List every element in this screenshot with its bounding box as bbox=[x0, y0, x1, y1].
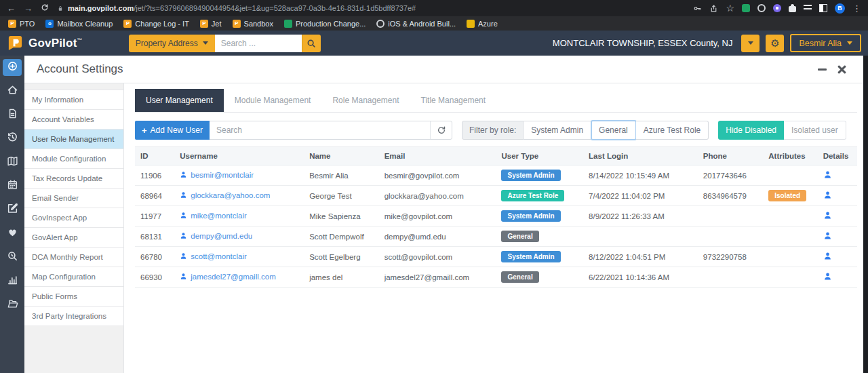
rail-compose-button[interactable] bbox=[3, 201, 22, 218]
reload-icon[interactable] bbox=[41, 3, 49, 13]
add-new-user-button[interactable]: + Add New User bbox=[135, 121, 210, 140]
cell-phone bbox=[698, 227, 763, 247]
settings-gear-button[interactable]: ⚙ bbox=[766, 35, 784, 52]
cell-username: glockkara@yahoo.com bbox=[174, 186, 304, 206]
browser-menu-icon[interactable]: ⋮ bbox=[852, 4, 861, 13]
header-search-button[interactable] bbox=[302, 35, 321, 52]
username-link[interactable]: dempy@umd.edu bbox=[191, 232, 252, 240]
flower-extension-icon[interactable] bbox=[773, 4, 781, 12]
settings-menu-item-govalert-app[interactable]: GovAlert App bbox=[24, 228, 123, 248]
bookmark-pto[interactable]: PPTO bbox=[8, 20, 35, 28]
browser-profile-avatar[interactable]: B bbox=[835, 3, 845, 14]
bookmark-mailbox-cleanup[interactable]: oMailbox Cleanup bbox=[45, 20, 113, 28]
rail-history-button[interactable] bbox=[3, 130, 22, 147]
bookmark-star-icon[interactable]: ☆ bbox=[726, 3, 734, 13]
user-menu-button[interactable]: Besmir Alia bbox=[790, 34, 861, 52]
settings-menu-item-map-configuration[interactable]: Map Configuration bbox=[24, 267, 123, 287]
bookmark-azure[interactable]: Azure bbox=[467, 20, 498, 28]
user-search-input[interactable] bbox=[210, 121, 430, 139]
address-bar[interactable]: main.govpilot.com/jet/?ts=63796068949004… bbox=[57, 4, 685, 12]
bookmark-label: Change Log - IT bbox=[135, 20, 189, 28]
settings-menu-item-my-information[interactable]: My Information bbox=[24, 90, 123, 110]
bookmark-change-log-it[interactable]: PChange Log - IT bbox=[123, 20, 189, 28]
bookmark-sandbox[interactable]: PSandbox bbox=[233, 20, 273, 28]
username-link[interactable]: besmir@montclair bbox=[191, 171, 254, 179]
username-link[interactable]: glockkara@yahoo.com bbox=[191, 191, 270, 199]
rail-map-button[interactable] bbox=[3, 154, 22, 171]
govpilot-logo[interactable]: GovPilot™ bbox=[7, 35, 83, 52]
search-category-dropdown[interactable]: Property Address bbox=[129, 35, 215, 52]
hide-disabled-button[interactable]: Hide Disabled bbox=[718, 121, 784, 140]
tab-role-management[interactable]: Role Management bbox=[321, 89, 410, 112]
filter-role-system-admin[interactable]: System Admin bbox=[524, 121, 591, 140]
settings-menu-item-account-variables[interactable]: Account Variables bbox=[24, 110, 123, 130]
rail-calendar-button[interactable] bbox=[3, 178, 22, 195]
column-header-details: Details bbox=[818, 147, 857, 165]
rail-home-button[interactable] bbox=[3, 83, 22, 100]
details-button[interactable] bbox=[823, 211, 832, 221]
details-button[interactable] bbox=[823, 191, 832, 201]
settings-menu-item-tax-records-update[interactable]: Tax Records Update bbox=[24, 169, 123, 189]
username-link[interactable]: jamesdel27@gmaill.com bbox=[191, 273, 275, 281]
bookmark-production-change[interactable]: Production Change... bbox=[284, 20, 366, 28]
isolated-user-button[interactable]: Isolated user bbox=[784, 121, 846, 140]
settings-menu-item-govinspect-app[interactable]: GovInspect App bbox=[24, 208, 123, 228]
table-row: 66930jamesdel27@gmaill.comjames deljames… bbox=[135, 267, 857, 288]
bookmark-ios-android-buil[interactable]: iOS & Android Buil... bbox=[376, 20, 456, 28]
details-button[interactable] bbox=[823, 252, 832, 262]
header-search-input[interactable] bbox=[215, 35, 302, 52]
page-scrollbar[interactable] bbox=[863, 56, 868, 373]
govpilot-favicon-icon: P bbox=[8, 20, 16, 28]
username-link[interactable]: scott@montclair bbox=[191, 252, 247, 260]
minimize-icon[interactable] bbox=[818, 68, 827, 71]
back-icon[interactable]: ← bbox=[7, 4, 16, 13]
rail-reports-button[interactable] bbox=[3, 273, 22, 290]
forward-icon[interactable]: → bbox=[24, 4, 33, 13]
refresh-button[interactable] bbox=[430, 121, 452, 139]
close-icon[interactable] bbox=[837, 65, 846, 74]
settings-menu-item-dca-monthly-report[interactable]: DCA Monthly Report bbox=[24, 248, 123, 267]
settings-menu-item-public-forms[interactable]: Public Forms bbox=[24, 287, 123, 307]
bookmark-jet[interactable]: PJet bbox=[200, 20, 222, 28]
settings-menu-item-email-sender[interactable]: Email Sender bbox=[24, 189, 123, 208]
search-icon bbox=[307, 39, 316, 48]
rail-favorites-button[interactable] bbox=[3, 225, 22, 242]
clock-extension-icon[interactable] bbox=[757, 4, 766, 12]
tab-bar: User ManagementModule ManagementRole Man… bbox=[135, 89, 857, 113]
settings-menu-item-user-role-management[interactable]: User Role Management bbox=[24, 130, 123, 149]
township-dropdown-button[interactable] bbox=[741, 35, 760, 52]
settings-menu-item-3rd-party-integrations[interactable]: 3rd Party Integrations bbox=[24, 307, 123, 326]
plus-icon: + bbox=[142, 125, 147, 136]
tab-title-management[interactable]: Title Management bbox=[410, 89, 497, 112]
tab-module-management[interactable]: Module Management bbox=[224, 89, 322, 112]
rail-files-button[interactable] bbox=[3, 296, 22, 313]
username-link[interactable]: mike@montclair bbox=[191, 212, 247, 220]
extensions-puzzle-icon[interactable] bbox=[789, 6, 796, 12]
table-row: 11906besmir@montclairBesmir Aliabesmir@g… bbox=[135, 165, 857, 186]
table-header-row: IDUsernameNameEmailUser TypeLast LoginPh… bbox=[135, 147, 857, 165]
tab-user-management[interactable]: User Management bbox=[135, 89, 224, 112]
details-button[interactable] bbox=[823, 272, 832, 282]
rail-search-button[interactable] bbox=[3, 249, 22, 266]
key-icon[interactable] bbox=[693, 4, 702, 13]
edit-icon bbox=[7, 203, 18, 217]
filter-role-general[interactable]: General bbox=[591, 121, 636, 140]
app-header: GovPilot™ Property Address MONTCLAIR TOW… bbox=[0, 31, 868, 56]
browser-actions: ☆ B ⋮ bbox=[693, 3, 861, 14]
browser-toolbar: ← → main.govpilot.com/jet/?ts=6379606894… bbox=[0, 0, 868, 16]
extension-icon[interactable] bbox=[742, 4, 750, 12]
settings-menu-item-module-configuration[interactable]: Module Configuration bbox=[24, 149, 123, 169]
details-button[interactable] bbox=[823, 231, 832, 241]
caret-down-icon bbox=[203, 41, 208, 45]
contrast-extension-icon[interactable] bbox=[819, 4, 827, 12]
column-header-username: Username bbox=[174, 147, 304, 165]
cell-user-type: System Admin bbox=[496, 247, 583, 267]
details-button[interactable] bbox=[823, 170, 832, 180]
filter-role-azure-test-role[interactable]: Azure Test Role bbox=[636, 121, 709, 140]
share-icon[interactable] bbox=[709, 4, 718, 13]
rail-documents-button[interactable] bbox=[3, 106, 22, 123]
list-extension-icon[interactable] bbox=[804, 5, 812, 12]
filter-by-role-label: Filter by role: bbox=[462, 121, 524, 140]
rail-add-record-button[interactable] bbox=[3, 59, 22, 76]
user-icon bbox=[180, 232, 187, 241]
